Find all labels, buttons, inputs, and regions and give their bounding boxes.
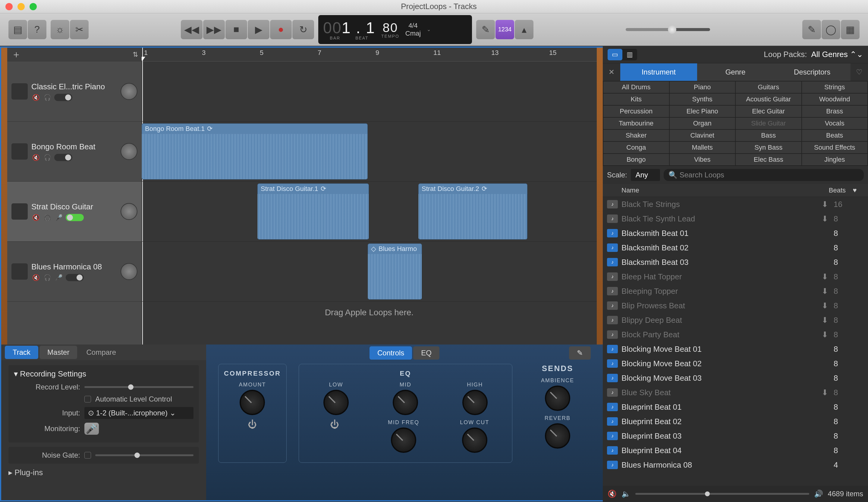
download-icon[interactable]: ⬇ bbox=[822, 315, 834, 325]
region-blues[interactable]: ◇Blues Harmo bbox=[368, 243, 422, 300]
download-icon[interactable]: ⬇ bbox=[822, 330, 834, 339]
loop-row[interactable]: ♪Block Party Beat⬇8 bbox=[603, 327, 868, 342]
category-clavinet[interactable]: Clavinet bbox=[670, 130, 735, 141]
lcd-key[interactable]: Cmaj bbox=[405, 30, 421, 37]
loop-row[interactable]: ♪Blocking Move Beat 018 bbox=[603, 342, 868, 356]
input-select[interactable]: ⊙ 1-2 (Built-...icrophone) ⌄ bbox=[84, 407, 194, 419]
solo-button[interactable]: 🎧 bbox=[43, 214, 52, 221]
scale-select[interactable]: Any bbox=[631, 169, 660, 181]
eq-high-knob[interactable] bbox=[462, 390, 488, 415]
loop-row[interactable]: ♪Blue Sky Beat⬇8 bbox=[603, 385, 868, 400]
col-name[interactable]: Name bbox=[621, 187, 816, 194]
help-button[interactable]: ? bbox=[28, 20, 46, 39]
category-elec-guitar[interactable]: Elec Guitar bbox=[736, 106, 802, 117]
tab-eq[interactable]: EQ bbox=[413, 346, 440, 360]
category-elec-piano[interactable]: Elec Piano bbox=[670, 106, 735, 117]
category-synths[interactable]: Synths bbox=[670, 93, 735, 105]
compressor-toggle[interactable]: ⏻ bbox=[224, 419, 281, 430]
monitoring-button[interactable]: 🎤 bbox=[84, 423, 99, 435]
track-switch[interactable] bbox=[66, 274, 84, 281]
loop-row[interactable]: ♪Blueprint Beat 018 bbox=[603, 400, 868, 414]
track-switch[interactable] bbox=[66, 214, 84, 221]
loop-row[interactable]: ♪Blueprint Beat 028 bbox=[603, 414, 868, 429]
category-elec-bass[interactable]: Elec Bass bbox=[736, 154, 802, 165]
play-button[interactable]: ▶ bbox=[248, 20, 269, 39]
tab-track[interactable]: Track bbox=[5, 346, 38, 359]
edit-button[interactable]: ✎ bbox=[569, 346, 591, 360]
pan-knob[interactable] bbox=[121, 263, 137, 280]
tab-controls[interactable]: Controls bbox=[370, 346, 412, 360]
track-instrument-icon[interactable] bbox=[11, 83, 28, 100]
track-header-2[interactable]: Strat Disco Guitar🔇🎧🎤 bbox=[7, 182, 142, 242]
track-sort-button[interactable]: ⇅ bbox=[133, 51, 138, 59]
lcd-timesig[interactable]: 4/4 bbox=[409, 22, 418, 30]
category-syn-bass[interactable]: Syn Bass bbox=[736, 142, 802, 153]
record-enable-button[interactable]: 🎤 bbox=[54, 274, 63, 281]
media-browser-button[interactable]: ▦ bbox=[841, 20, 860, 39]
loop-row[interactable]: ♪Blacksmith Beat 038 bbox=[603, 255, 868, 269]
solo-button[interactable]: 🎧 bbox=[43, 154, 52, 161]
loop-row[interactable]: ♪Blocking Move Beat 028 bbox=[603, 356, 868, 371]
tab-genre[interactable]: Genre bbox=[697, 63, 774, 81]
loop-row[interactable]: ♪Bleep Hat Topper⬇8 bbox=[603, 269, 868, 284]
category-bongo[interactable]: Bongo bbox=[603, 154, 669, 165]
reverb-knob[interactable] bbox=[545, 423, 570, 449]
solo-button[interactable]: 🎧 bbox=[43, 94, 52, 101]
master-volume-button[interactable]: ☼ bbox=[51, 20, 69, 39]
notepad-button[interactable]: ✎ bbox=[802, 20, 821, 39]
mute-button[interactable]: 🔇 bbox=[31, 214, 40, 221]
track-instrument-icon[interactable] bbox=[11, 263, 28, 280]
plugins-section[interactable]: Plug-ins bbox=[14, 468, 43, 477]
col-favorite[interactable]: ♥ bbox=[846, 187, 864, 194]
category-shaker[interactable]: Shaker bbox=[603, 130, 669, 141]
loop-row[interactable]: ♪Black Tie Strings⬇16 bbox=[603, 197, 868, 211]
category-percussion[interactable]: Percussion bbox=[603, 106, 669, 117]
category-sound-effects[interactable]: Sound Effects bbox=[802, 142, 868, 153]
category-woodwind[interactable]: Woodwind bbox=[802, 93, 868, 105]
loop-browser-button[interactable]: ◯ bbox=[822, 20, 840, 39]
zoom-window[interactable] bbox=[30, 3, 37, 10]
ambience-knob[interactable] bbox=[545, 385, 570, 411]
lcd-display[interactable]: 001 . 1 BARBEAT 80 TEMPO 4/4 Cmaj ⌄ bbox=[318, 15, 472, 44]
loop-row[interactable]: ♪Blacksmith Beat 028 bbox=[603, 240, 868, 255]
loop-row[interactable]: ♪Blip Prowess Beat⬇8 bbox=[603, 298, 868, 313]
track-instrument-icon[interactable] bbox=[11, 143, 28, 160]
scissors-button[interactable]: ✂ bbox=[70, 20, 89, 39]
cycle-button[interactable]: ↻ bbox=[292, 20, 314, 39]
category-organ[interactable]: Organ bbox=[670, 118, 735, 129]
track-switch[interactable] bbox=[54, 94, 72, 101]
loop-row[interactable]: ♪Bleeping Topper⬇8 bbox=[603, 284, 868, 298]
category-jingles[interactable]: Jingles bbox=[802, 154, 868, 165]
lane-2[interactable]: Bongo Room Beat.1⟳ bbox=[142, 122, 597, 182]
category-kits[interactable]: Kits bbox=[603, 93, 669, 105]
region-strat-1[interactable]: Strat Disco Guitar.1⟳ bbox=[257, 183, 369, 240]
category-vocals[interactable]: Vocals bbox=[802, 118, 868, 129]
track-header-3[interactable]: Blues Harmonica 08🔇🎧🎤 bbox=[7, 242, 142, 302]
rewind-button[interactable]: ◀◀ bbox=[181, 20, 203, 39]
preview-volume-slider[interactable] bbox=[635, 493, 809, 495]
region-strat-2[interactable]: Strat Disco Guitar.2⟳ bbox=[418, 183, 527, 240]
metronome-button[interactable]: ▴ bbox=[515, 20, 534, 39]
minimize-window[interactable] bbox=[18, 3, 25, 10]
loop-row[interactable]: ♪Black Tie Synth Lead⬇8 bbox=[603, 211, 868, 226]
stop-button[interactable]: ■ bbox=[225, 20, 247, 39]
tuner-button[interactable]: ✎ bbox=[476, 20, 495, 39]
master-volume-slider[interactable] bbox=[626, 28, 710, 31]
mute-button[interactable]: 🔇 bbox=[31, 94, 40, 101]
col-beats[interactable]: Beats bbox=[816, 187, 846, 194]
forward-button[interactable]: ▶▶ bbox=[203, 20, 225, 39]
button-view-icon[interactable]: ▭ bbox=[608, 49, 622, 60]
favorites-button[interactable]: ♡ bbox=[850, 63, 868, 81]
timeline-ruler[interactable]: 13579111315 bbox=[142, 48, 597, 61]
record-level-slider[interactable] bbox=[84, 386, 194, 388]
eq-low-knob[interactable] bbox=[323, 390, 349, 415]
download-icon[interactable]: ⬇ bbox=[822, 200, 834, 209]
lane-4[interactable]: ◇Blues Harmo bbox=[142, 242, 597, 302]
pan-knob[interactable] bbox=[121, 143, 137, 160]
lcd-tempo[interactable]: 80 bbox=[383, 21, 398, 35]
compressor-amount-knob[interactable] bbox=[240, 390, 265, 415]
category-brass[interactable]: Brass bbox=[802, 106, 868, 117]
category-acoustic-guitar[interactable]: Acoustic Guitar bbox=[736, 93, 802, 105]
download-icon[interactable]: ⬇ bbox=[822, 272, 834, 281]
category-all-drums[interactable]: All Drums bbox=[603, 81, 669, 93]
